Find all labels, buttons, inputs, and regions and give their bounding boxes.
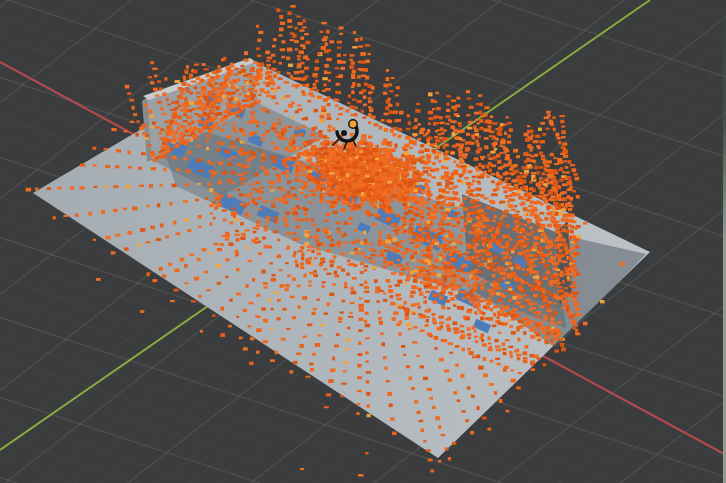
3d-viewport[interactable] [0, 0, 726, 483]
scene-canvas[interactable] [0, 0, 726, 483]
